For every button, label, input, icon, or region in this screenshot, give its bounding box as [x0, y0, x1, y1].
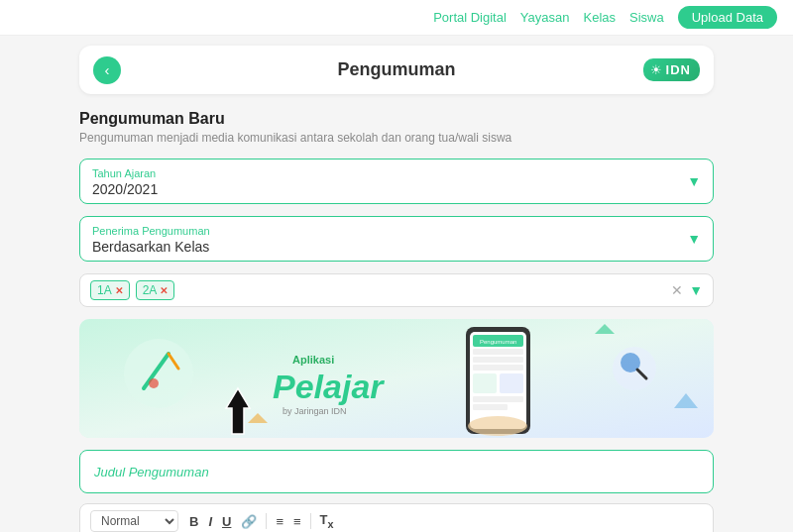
editor-box: Normal Heading 1 Heading 2 B I U 🔗 ≡ ≡ T… [79, 503, 714, 532]
list-ordered-button[interactable]: ≡ [271, 512, 288, 531]
tahun-ajaran-value: 2020/2021 [92, 181, 701, 197]
svg-rect-16 [500, 373, 523, 393]
svg-rect-14 [473, 365, 523, 371]
back-icon: ‹ [105, 61, 110, 78]
svg-rect-18 [473, 404, 508, 410]
tag-1a-close-icon[interactable]: ✕ [115, 285, 123, 296]
tahun-ajaran-arrow-icon: ▼ [687, 173, 701, 189]
main-content: ‹ Pengumuman ☀ IDN Pengumuman Baru Pengu… [79, 36, 714, 532]
svg-rect-13 [473, 357, 523, 363]
top-nav: Portal Digital Yayasan Kelas Siswa Uploa… [0, 0, 793, 36]
tahun-ajaran-group: Tahun Ajaran 2020/2021 ▼ [79, 159, 714, 204]
tag-2a-label: 2A [143, 283, 158, 297]
tahun-ajaran-field[interactable]: Tahun Ajaran 2020/2021 ▼ [79, 159, 714, 204]
upload-data-button[interactable]: Upload Data [678, 6, 777, 29]
nav-kelas[interactable]: Kelas [584, 10, 617, 25]
svg-point-19 [468, 416, 527, 436]
svg-rect-12 [473, 349, 523, 355]
page-title: Pengumuman [337, 59, 455, 80]
toolbar-divider [266, 513, 267, 529]
judul-field[interactable]: Judul Pengumuman [79, 450, 714, 493]
nav-siswa[interactable]: Siswa [629, 10, 664, 25]
clear-format-button[interactable]: Tx [315, 510, 339, 532]
section-title: Pengumuman Baru [79, 110, 714, 128]
tags-dropdown-icon[interactable]: ▼ [689, 282, 703, 298]
svg-rect-15 [473, 373, 497, 393]
banner-svg: Aplikasi Pelajar by Jaringan IDN Pengumu… [79, 319, 714, 438]
svg-text:Aplikasi: Aplikasi [292, 354, 334, 366]
judul-placeholder: Judul Pengumuman [94, 465, 209, 479]
tags-controls: ✕ ▼ [671, 282, 703, 298]
tag-1a[interactable]: 1A ✕ [90, 280, 130, 300]
underline-button[interactable]: U [217, 512, 236, 531]
toolbar-divider-2 [310, 513, 311, 529]
tahun-ajaran-label: Tahun Ajaran [92, 167, 701, 179]
nav-yayasan[interactable]: Yayasan [520, 10, 570, 25]
header-card: ‹ Pengumuman ☀ IDN [79, 46, 714, 94]
nav-portal-digital[interactable]: Portal Digital [433, 10, 507, 25]
idn-logo: ☀ IDN [643, 58, 700, 81]
sun-icon: ☀ [650, 62, 662, 77]
penerima-label: Penerima Pengumuman [92, 225, 701, 237]
penerima-value: Berdasarkan Kelas [92, 239, 701, 255]
svg-point-4 [149, 378, 159, 388]
banner-image: Aplikasi Pelajar by Jaringan IDN Pengumu… [79, 319, 714, 438]
tag-2a[interactable]: 2A ✕ [136, 280, 175, 300]
svg-text:by Jaringan IDN: by Jaringan IDN [283, 406, 347, 416]
back-button[interactable]: ‹ [93, 56, 121, 84]
penerima-field[interactable]: Penerima Pengumuman Berdasarkan Kelas ▼ [79, 216, 714, 262]
tag-1a-label: 1A [97, 283, 112, 297]
penerima-group: Penerima Pengumuman Berdasarkan Kelas ▼ [79, 216, 714, 262]
link-button[interactable]: 🔗 [236, 512, 262, 531]
svg-rect-17 [473, 396, 523, 402]
idn-logo-text: IDN [666, 62, 691, 77]
format-select[interactable]: Normal Heading 1 Heading 2 [90, 510, 178, 532]
italic-button[interactable]: I [203, 512, 217, 531]
tags-row[interactable]: 1A ✕ 2A ✕ ✕ ▼ [79, 273, 714, 307]
tag-2a-close-icon[interactable]: ✕ [160, 285, 168, 296]
penerima-arrow-icon: ▼ [687, 231, 701, 247]
section-subtitle: Pengumuman menjadi media komunikasi anta… [79, 131, 714, 145]
svg-text:Pengumuman: Pengumuman [480, 339, 516, 345]
tags-clear-icon[interactable]: ✕ [671, 282, 683, 298]
editor-toolbar: Normal Heading 1 Heading 2 B I U 🔗 ≡ ≡ T… [80, 504, 713, 532]
svg-point-1 [124, 339, 193, 408]
bold-button[interactable]: B [184, 512, 203, 531]
list-unordered-button[interactable]: ≡ [288, 512, 306, 531]
svg-text:Pelajar: Pelajar [273, 368, 385, 405]
